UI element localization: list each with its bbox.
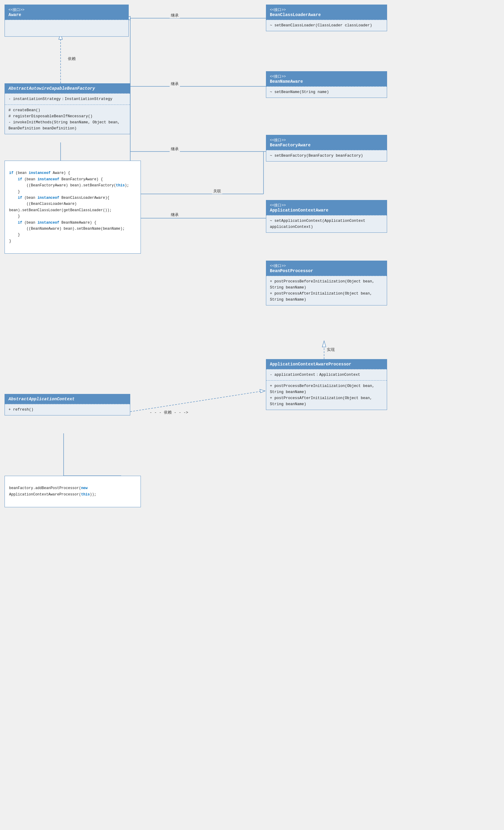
bfa-stereotype: <<接口>>	[270, 137, 383, 143]
bpp-stereotype: <<接口>>	[270, 263, 383, 268]
acap-classname: ApplicationContextAwareProcessor	[270, 362, 383, 367]
bca-classname: BeanClassLoaderAware	[270, 12, 383, 17]
bna-classname: BeanNameAware	[270, 79, 383, 84]
bfa-classname: BeanFactoryAware	[270, 143, 383, 148]
bpp-classname: BeanPostProcessor	[270, 268, 383, 273]
bpp-method-2: + postProcessAfterInitialization(Object …	[270, 291, 383, 303]
method-2: # registerDisposableBeanIfNecessary()	[8, 113, 126, 119]
inherit-label-4: 继承	[170, 212, 180, 218]
aware-box: <<接口>> Aware	[4, 4, 129, 37]
aac-classname: AbstractApplicationContext	[8, 397, 126, 402]
aca-body: ~ setApplicationContext(ApplicationConte…	[266, 215, 387, 232]
bean-classloader-aware-box: <<接口>> BeanClassLoaderAware ~ setBeanCla…	[266, 4, 387, 31]
acap-fields: - applicationContext：ApplicationContext	[266, 369, 387, 380]
aca-classname: ApplicationContextAware	[270, 208, 383, 213]
bca-stereotype: <<接口>>	[270, 7, 383, 12]
diagram-container: <<接口>> Aware 依赖 AbstractAutowireCapableB…	[0, 0, 504, 830]
acap-method-1: + postProcessBeforeInitialization(Object…	[270, 383, 383, 395]
bean-classloader-aware-header: <<接口>> BeanClassLoaderAware	[266, 5, 387, 20]
bfa-method: ~ setBeanFactory(BeanFactory beanFactory…	[270, 153, 383, 159]
aac-body: + refresh()	[5, 404, 130, 415]
method-3: - invokeInitMethods(String beanName, Obj…	[8, 119, 126, 131]
bean-post-processor-box: <<接口>> BeanPostProcessor + postProcessBe…	[266, 261, 387, 306]
acap-header: ApplicationContextAwareProcessor	[266, 359, 387, 369]
bpp-method-1: + postProcessBeforeInitialization(Object…	[270, 279, 383, 291]
invoke-aware-code: if (bean instanceof Aware) { if (bean in…	[4, 161, 141, 254]
abstract-app-context-box: AbstractApplicationContext + refresh()	[4, 394, 130, 415]
aware-body	[5, 20, 128, 36]
app-context-aware-box: <<接口>> ApplicationContextAware ~ setAppl…	[266, 200, 387, 233]
app-context-aware-header: <<接口>> ApplicationContextAware	[266, 200, 387, 215]
svg-line-15	[127, 391, 264, 412]
svg-marker-14	[322, 341, 326, 347]
bpp-header: <<接口>> BeanPostProcessor	[266, 261, 387, 276]
bpp-body: + postProcessBeforeInitialization(Object…	[266, 276, 387, 305]
acap-methods: + postProcessBeforeInitialization(Object…	[266, 380, 387, 410]
bean-factory-aware-box: <<接口>> BeanFactoryAware ~ setBeanFactory…	[266, 135, 387, 161]
aca-stereotype: <<接口>>	[270, 203, 383, 208]
bna-body: ~ setBeanName(String name)	[266, 86, 387, 98]
implement-label: 实现	[326, 347, 336, 352]
bean-name-aware-box: <<接口>> BeanNameAware ~ setBeanName(Strin…	[266, 71, 387, 98]
acap-box: ApplicationContextAwareProcessor - appli…	[266, 359, 387, 410]
bean-factory-aware-header: <<接口>> BeanFactoryAware	[266, 135, 387, 150]
bfa-body: ~ setBeanFactory(BeanFactory beanFactory…	[266, 150, 387, 161]
abstract-autowire-classname: AbstractAutowireCapableBeanFactory	[8, 86, 126, 91]
bca-method: ~ setBeanClassLoader(ClassLoader classLo…	[270, 23, 383, 29]
aac-method-1: + refresh()	[8, 407, 126, 413]
abstract-autowire-methods: # createBean() # registerDisposableBeanI…	[5, 104, 130, 134]
abstract-autowire-header: AbstractAutowireCapableBeanFactory	[5, 84, 130, 93]
depend-label-1: 依赖	[67, 56, 77, 62]
method-1: # createBean()	[8, 107, 126, 113]
bean-name-aware-header: <<接口>> BeanNameAware	[266, 71, 387, 86]
aware-classname: Aware	[8, 12, 125, 17]
depend-label-2: - - - 依赖 - - ->	[148, 410, 189, 415]
abstract-autowire-box: AbstractAutowireCapableBeanFactory - ins…	[4, 83, 130, 134]
bca-body: ~ setBeanClassLoader(ClassLoader classLo…	[266, 20, 387, 31]
svg-marker-16	[260, 389, 265, 393]
bna-stereotype: <<接口>>	[270, 74, 383, 79]
associate-label: 关联	[212, 189, 222, 194]
abstract-autowire-fields: - instantiationStrategy：InstantiationStr…	[5, 93, 130, 104]
acap-method-2: + postProcessAfterInitialization(Object …	[270, 395, 383, 407]
add-processor-code: beanFactory.addBeanPostProcessor(new App…	[4, 476, 141, 507]
bna-method: ~ setBeanName(String name)	[270, 89, 383, 95]
aac-header: AbstractApplicationContext	[5, 394, 130, 404]
aware-stereotype: <<接口>>	[8, 7, 125, 12]
aca-method: ~ setApplicationContext(ApplicationConte…	[270, 218, 383, 230]
inherit-label-2: 继承	[170, 81, 180, 87]
acap-field-1: - applicationContext：ApplicationContext	[270, 372, 383, 378]
aware-header: <<接口>> Aware	[5, 5, 128, 20]
inherit-label-1: 继承	[170, 13, 180, 18]
field-1: - instantiationStrategy：InstantiationStr…	[8, 96, 126, 102]
inherit-label-3: 继承	[170, 147, 180, 152]
